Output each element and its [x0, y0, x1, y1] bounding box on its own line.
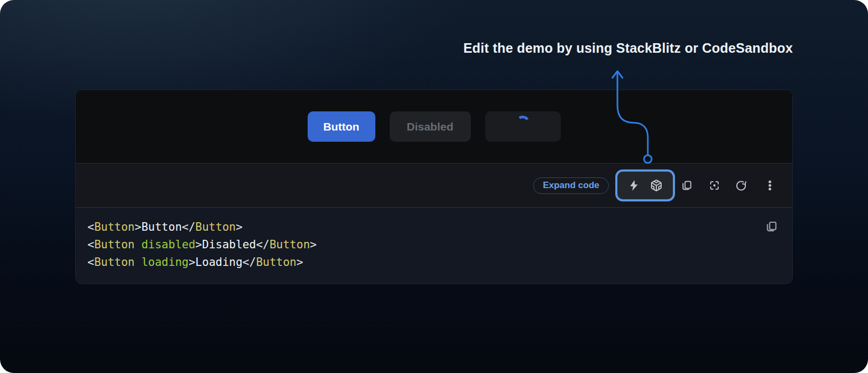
stackblitz-lightning-icon[interactable]: [628, 179, 640, 192]
copy-code-icon[interactable]: [680, 179, 693, 192]
refresh-icon[interactable]: [735, 179, 748, 192]
demo-preview-section: Button Disabled: [76, 90, 792, 163]
code-line: <Button>Button</Button>: [87, 218, 792, 236]
demo-loading-button[interactable]: [485, 111, 561, 142]
more-kebab-icon[interactable]: [763, 179, 776, 192]
code-line: <Button disabled>Disabled</Button>: [87, 236, 792, 254]
demo-card: Button Disabled Expand code: [75, 90, 793, 284]
code-copy-icon[interactable]: [765, 220, 778, 233]
demo-primary-button[interactable]: Button: [308, 111, 375, 142]
codesandbox-box-icon[interactable]: [650, 179, 663, 192]
annotation-title: Edit the demo by using StackBlitz or Cod…: [463, 40, 793, 56]
expand-code-button[interactable]: Expand code: [533, 177, 609, 194]
focus-scan-icon[interactable]: [708, 179, 721, 192]
demo-toolbar: Expand code: [76, 163, 792, 208]
code-lines: <Button>Button</Button><Button disabled>…: [87, 218, 792, 271]
demo-disabled-button: Disabled: [390, 111, 471, 142]
page-background: Edit the demo by using StackBlitz or Cod…: [0, 0, 868, 373]
external-editor-icon-group: [615, 169, 675, 201]
loading-spinner-icon: [514, 115, 531, 131]
code-line: <Button loading>Loading</Button>: [87, 254, 792, 271]
code-block: <Button>Button</Button><Button disabled>…: [76, 208, 792, 283]
